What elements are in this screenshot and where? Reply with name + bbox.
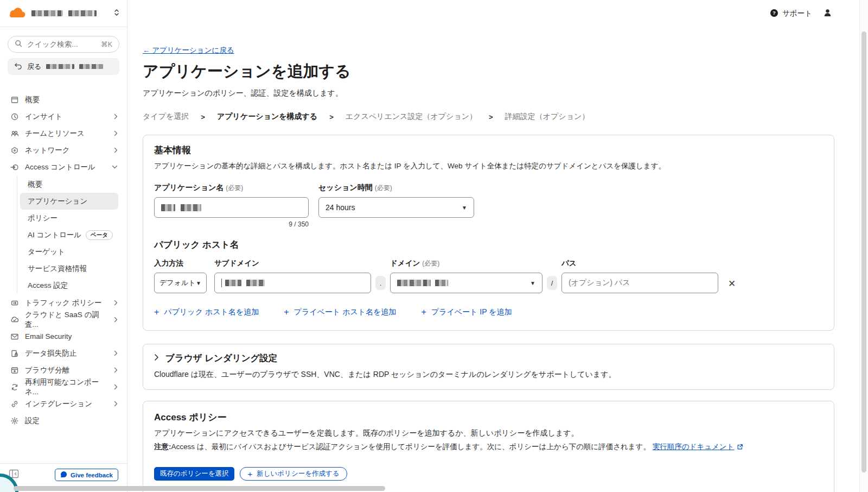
chevron-right-icon	[114, 367, 118, 373]
sidebar-subitem-applications[interactable]: アプリケーション	[20, 193, 118, 210]
basic-info-card: 基本情報 アプリケーションの基本的な詳細とパスを構成します。ホスト名または IP…	[143, 135, 834, 331]
sidebar-item-cloud-saas[interactable]: クラウドと SaaS の調査...	[4, 311, 123, 328]
step-select-type[interactable]: タイプを選択	[143, 112, 189, 122]
sidebar-item-label: クラウドと SaaS の調査...	[25, 310, 108, 330]
add-private-ip-link[interactable]: + プライベート IP を追加	[421, 307, 512, 317]
policy-buttons: 既存のポリシーを選択 + 新しいポリシーを作成する	[154, 467, 823, 481]
chevron-up-down-icon	[114, 9, 119, 18]
vertical-scrollbar-thumb[interactable]	[861, 31, 866, 472]
slash-separator: /	[547, 276, 557, 290]
execution-order-doc-link[interactable]: 実行順序のドキュメント	[653, 443, 735, 451]
back-to-previous-button[interactable]: 戻る	[8, 58, 119, 75]
access-control-sublist: 概要 アプリケーション ポリシー AI コントロール ベータ ターゲット サービ…	[17, 176, 123, 294]
input-method-value: デフォルト	[159, 278, 196, 288]
subdomain-value-redacted	[246, 280, 265, 286]
chevron-right-icon	[114, 401, 118, 407]
sidebar-item-settings[interactable]: 設定	[4, 412, 123, 429]
sidebar-item-label: 概要	[25, 95, 40, 105]
search-input[interactable]: クイック検索... ⌘K	[8, 36, 119, 53]
sidebar-subitem-targets[interactable]: ターゲット	[20, 243, 118, 260]
sidebar-item-label: トラフィック ポリシー	[25, 298, 102, 308]
sidebar-item-label: インテグレーション	[25, 399, 92, 409]
subdomain-value-redacted	[225, 280, 241, 286]
beta-badge: ベータ	[86, 230, 113, 240]
sidebar-item-network[interactable]: ネットワーク	[4, 142, 123, 159]
step-advanced-settings[interactable]: 詳細設定（オプション）	[505, 112, 590, 122]
user-menu[interactable]	[823, 8, 832, 20]
sidebar-subitem-label: ポリシー	[28, 213, 58, 223]
chevron-right-icon	[114, 350, 118, 356]
chevron-right-icon	[114, 300, 118, 306]
input-method-label: 入力方法	[154, 258, 207, 268]
cycle-arrows-icon	[10, 383, 19, 392]
give-feedback-button[interactable]: Give feedback	[55, 469, 118, 481]
browser-rendering-title: ブラウザ レンダリング設定	[165, 352, 277, 364]
sidebar-subitem-ai-controls[interactable]: AI コントロール ベータ	[20, 226, 118, 243]
create-new-policy-button[interactable]: + 新しいポリシーを作成する	[240, 467, 347, 481]
chevron-down-icon: ▼	[530, 280, 535, 286]
search-icon	[15, 40, 23, 49]
sidebar-item-browser-isolation[interactable]: ブラウザ分離	[4, 362, 123, 379]
sidebar-item-traffic-policies[interactable]: トラフィック ポリシー	[4, 294, 123, 311]
select-existing-policy-button[interactable]: 既存のポリシーを選択	[154, 467, 234, 481]
sidebar: クイック検索... ⌘K 戻る 概要 インサイト チームとリソース	[0, 0, 127, 492]
sidebar-item-access-control[interactable]: Access コントロール	[4, 159, 123, 175]
input-method-select[interactable]: デフォルト ▼	[154, 273, 207, 293]
sidebar-item-teams-resources[interactable]: チームとリソース	[4, 125, 123, 142]
add-public-hostname-link[interactable]: + パブリック ホスト名を追加	[154, 307, 259, 317]
step-experience-settings[interactable]: エクスペリエンス設定（オプション）	[346, 112, 477, 122]
horizontal-scrollbar-thumb[interactable]	[14, 486, 385, 491]
gear-icon	[10, 417, 19, 425]
sidebar-subitem-policies[interactable]: ポリシー	[20, 210, 118, 226]
sidebar-subitem-access-overview[interactable]: 概要	[20, 176, 118, 193]
access-policy-description: アプリケーションにアクセスできるユーザーを定義します。既存のポリシーを追加するか…	[154, 428, 823, 438]
sidebar-subitem-access-settings[interactable]: Access 設定	[20, 277, 118, 294]
text-cursor	[221, 279, 222, 287]
back-to-applications-link[interactable]: ← アプリケーションに戻る	[143, 46, 234, 55]
sidebar-item-email-security[interactable]: Email Security	[4, 328, 123, 345]
sidebar-item-reusable-components[interactable]: 再利用可能なコンポーネ...	[4, 379, 123, 395]
speech-bubble-icon	[60, 471, 67, 479]
back-target-redacted	[79, 64, 103, 69]
sidebar-subitem-label: アプリケーション	[28, 197, 87, 206]
add-private-hostname-link[interactable]: + プライベート ホスト名を追加	[284, 307, 396, 317]
app-name-input[interactable]	[154, 197, 309, 218]
sidebar-item-label: 再利用可能なコンポーネ...	[25, 377, 108, 397]
app-name-value-redacted	[161, 204, 175, 211]
cloudflare-logo-icon	[8, 7, 26, 21]
subdomain-input[interactable]	[214, 273, 371, 293]
sidebar-item-insights[interactable]: インサイト	[4, 108, 123, 125]
domain-label: ドメイン(必要)	[390, 258, 542, 268]
browser-rendering-toggle[interactable]: ブラウザ レンダリング設定	[154, 352, 823, 364]
sidebar-subitem-label: ターゲット	[28, 247, 65, 257]
sidebar-subitem-label: 概要	[28, 180, 42, 190]
chevron-right-icon	[114, 130, 118, 136]
step-configure-application[interactable]: アプリケーションを構成する	[217, 112, 317, 122]
sidebar-footer: Give feedback	[0, 463, 127, 486]
sidebar-item-label: データ損失防止	[25, 349, 76, 358]
plus-icon: +	[247, 469, 252, 478]
sidebar-item-overview[interactable]: 概要	[4, 91, 123, 108]
chevron-down-icon: ▼	[196, 280, 201, 286]
vertical-scrollbar-track[interactable]	[859, 0, 868, 492]
sidebar-item-dlp[interactable]: データ損失防止	[4, 345, 123, 362]
access-policy-note: 注意:Access は、最初にバイパスおよびサービス認証アクションを使用してポリ…	[154, 442, 823, 452]
session-duration-select[interactable]: 24 hours ▼	[318, 197, 474, 218]
support-menu[interactable]: ? サポート	[770, 9, 812, 19]
app-name-label: アプリケーション名(必要)	[154, 183, 309, 193]
path-input[interactable]: (オプション) パス	[561, 273, 718, 293]
browser-rendering-description: Cloudflare は現在、ユーザーのブラウザで SSH、VNC、または RD…	[154, 370, 823, 380]
account-switcher[interactable]	[0, 0, 127, 27]
remove-hostname-row-button[interactable]: ✕	[728, 279, 736, 288]
chevron-right-icon	[114, 317, 118, 323]
step-separator: >	[489, 113, 493, 121]
plus-icon: +	[284, 307, 289, 317]
chevron-down-icon: ▼	[462, 205, 467, 211]
svg-text:?: ?	[773, 10, 776, 16]
chain-link-icon	[10, 400, 19, 408]
sidebar-item-integrations[interactable]: インテグレーション	[4, 395, 123, 412]
sidebar-subitem-service-credentials[interactable]: サービス資格情報	[20, 260, 118, 277]
domain-select[interactable]: ▼	[390, 273, 542, 293]
support-label: サポート	[782, 9, 812, 18]
plus-icon: +	[154, 307, 159, 317]
